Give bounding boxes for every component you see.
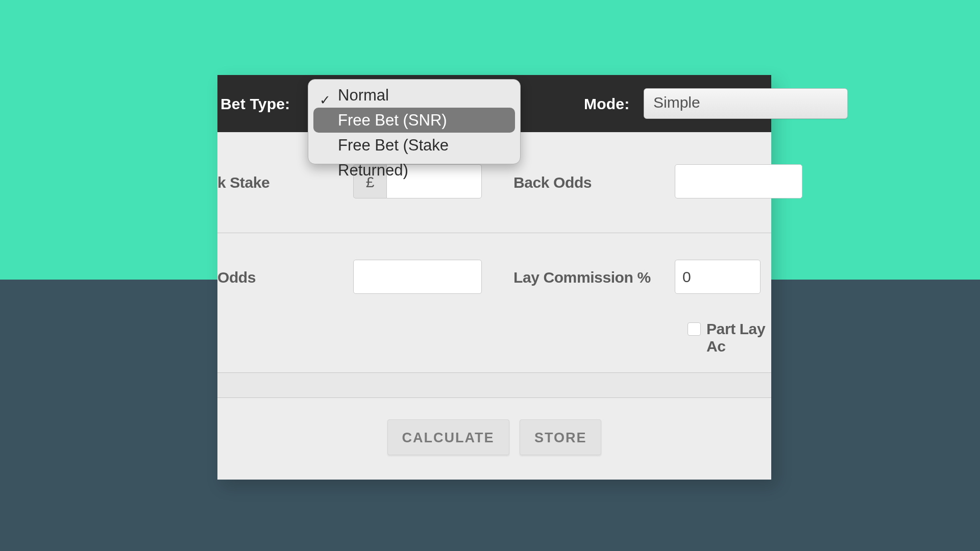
calculator-panel: Bet Type: Mode: Simple ✓ Normal Free Bet… bbox=[217, 75, 771, 480]
option-label: Free Bet (SNR) bbox=[338, 111, 447, 129]
option-label: Normal bbox=[338, 86, 389, 104]
mode-select[interactable]: Simple bbox=[644, 88, 848, 119]
back-stake-label: k Stake bbox=[217, 174, 270, 191]
divider bbox=[217, 233, 771, 233]
bet-type-option-normal[interactable]: ✓ Normal bbox=[313, 83, 515, 108]
button-row: CALCULATE STORE bbox=[217, 419, 771, 455]
part-lay-checkbox[interactable] bbox=[688, 322, 701, 336]
calculate-button[interactable]: CALCULATE bbox=[387, 419, 509, 455]
store-button[interactable]: STORE bbox=[520, 419, 602, 455]
bet-type-option-free-bet-stake-returned[interactable]: Free Bet (Stake Returned) bbox=[313, 133, 515, 158]
check-icon: ✓ bbox=[320, 88, 332, 100]
lay-commission-input[interactable] bbox=[675, 260, 761, 294]
mode-label: Mode: bbox=[584, 95, 629, 113]
lay-commission-label: Lay Commission % bbox=[513, 269, 651, 286]
bet-type-dropdown[interactable]: ✓ Normal Free Bet (SNR) Free Bet (Stake … bbox=[308, 79, 521, 164]
lay-odds-input[interactable] bbox=[353, 260, 482, 294]
back-odds-label: Back Odds bbox=[513, 174, 592, 191]
back-odds-input[interactable] bbox=[675, 164, 802, 198]
bet-type-option-free-bet-snr[interactable]: Free Bet (SNR) bbox=[313, 108, 515, 133]
lay-odds-label: Odds bbox=[217, 269, 256, 286]
bet-type-label: Bet Type: bbox=[220, 95, 290, 113]
part-lay-label: Part Lay Ac bbox=[706, 320, 771, 355]
spacer-strip bbox=[217, 372, 771, 398]
